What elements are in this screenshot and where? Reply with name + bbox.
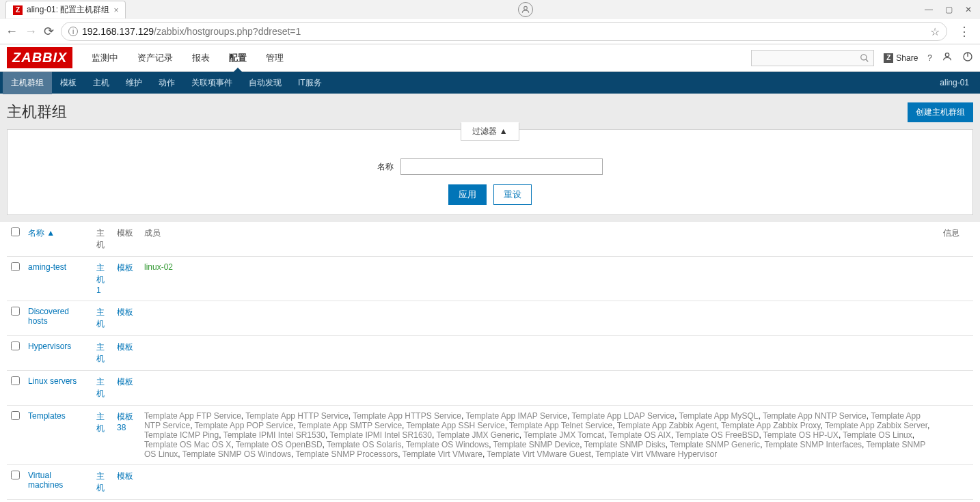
col-name-sort[interactable]: 名称 ▲ [28,228,55,238]
back-icon[interactable]: ← [5,25,18,39]
row-checkbox[interactable] [11,376,20,385]
sub-item[interactable]: 动作 [150,72,183,94]
user-icon[interactable] [942,51,953,64]
member-link[interactable]: Template App SSH Service [407,421,505,430]
menu-item[interactable]: 配置 [219,45,256,71]
power-icon[interactable] [962,51,973,64]
templates-link[interactable]: 模板 [117,471,133,481]
filter-toggle[interactable]: 过滤器 ▲ [461,122,519,141]
templates-link[interactable]: 模板 38 [117,412,133,432]
member-link[interactable]: Template Virt VMware [403,449,482,459]
member-link[interactable]: Template SNMP Processors [295,449,398,459]
profile-icon[interactable] [518,2,533,17]
member-link[interactable]: Template JMX Generic [436,430,519,440]
row-checkbox[interactable] [11,471,20,479]
menu-item[interactable]: 资产记录 [128,45,182,71]
templates-link[interactable]: 模板 [117,377,133,387]
member-link[interactable]: linux-02 [144,262,173,272]
sub-item[interactable]: 主机群组 [3,72,52,94]
member-link[interactable]: Template OS HP-UX [763,430,839,440]
sub-item[interactable]: 主机 [85,72,118,94]
sub-item[interactable]: 模板 [52,72,85,94]
bookmark-icon[interactable]: ☆ [930,25,940,38]
templates-link[interactable]: 模板 [117,342,133,352]
group-link[interactable]: Hypervisors [28,341,71,351]
sub-item[interactable]: 关联项事件 [183,72,241,94]
member-link[interactable]: Template App Zabbix Proxy [721,421,820,430]
member-link[interactable]: Template App HTTPS Service [353,411,461,421]
member-link[interactable]: Template OS Mac OS X [144,440,231,449]
member-link[interactable]: Template JMX Tomcat [523,430,604,440]
member-link[interactable]: Template App SMTP Service [298,421,403,430]
member-link[interactable]: Template App NNTP Service [763,411,867,421]
menu-item[interactable]: 报表 [182,45,219,71]
menu-item[interactable]: 管理 [256,45,293,71]
member-link[interactable]: Template IPMI Intel SR1630 [330,430,432,440]
group-link[interactable]: Templates [28,411,66,421]
sub-item[interactable]: 自动发现 [241,72,290,94]
member-link[interactable]: Template OS Solaris [327,440,401,449]
minimize-icon[interactable]: — [925,5,933,14]
url-input[interactable]: i 192.168.137.129/zabbix/hostgroups.php?… [61,22,947,41]
member-link[interactable]: Template App Telnet Service [509,421,612,430]
member-link[interactable]: Template Virt VMware Guest [487,449,591,459]
member-link[interactable]: Template SNMP Interfaces [765,440,862,449]
reload-icon[interactable]: ⟳ [44,24,54,39]
member-link[interactable]: Template App POP Service [195,421,294,430]
member-link[interactable]: Template Virt VMware Hypervisor [595,449,717,459]
sub-item[interactable]: IT服务 [290,72,330,94]
row-checkbox[interactable] [11,341,20,350]
member-link[interactable]: Template OS OpenBSD [236,440,323,449]
member-link[interactable]: Template App LDAP Service [571,411,675,421]
reset-button[interactable]: 重设 [493,184,532,205]
member-link[interactable]: Template App Zabbix Server [825,421,927,430]
row-checkbox[interactable] [11,307,20,316]
forward-icon[interactable]: → [25,25,37,39]
row-checkbox[interactable] [11,411,20,420]
group-link[interactable]: Discovered hosts [28,307,69,326]
member-link[interactable]: Template OS AIX [609,430,671,440]
member-link[interactable]: Template App IMAP Service [465,411,567,421]
member-link[interactable]: Template OS FreeBSD [675,430,759,440]
select-all-checkbox[interactable] [11,227,20,236]
member-link[interactable]: Template OS Windows [406,440,489,449]
hosts-link[interactable]: 主机 [96,377,105,398]
group-link[interactable]: aming-test [28,262,66,272]
hosts-link[interactable]: 主机 [96,307,105,329]
group-link[interactable]: Virtual machines [28,471,63,490]
share-button[interactable]: Z Share [884,53,918,63]
filter-name-input[interactable] [400,158,603,175]
member-link[interactable]: Template OS Linux [843,430,912,440]
hosts-link[interactable]: 主机 [96,471,105,492]
templates-link[interactable]: 模板 [117,307,133,317]
close-icon[interactable]: × [113,5,118,15]
browser-menu-icon[interactable]: ⋮ [954,24,975,39]
browser-tab[interactable]: Z aling-01: 配置主机群组 × [5,1,126,18]
info-icon[interactable]: i [68,27,78,36]
maximize-icon[interactable]: ▢ [945,5,953,14]
member-link[interactable]: Template SNMP Device [493,440,580,449]
hosts-link[interactable]: 主机 1 [96,263,105,295]
create-hostgroup-button[interactable]: 创建主机群组 [908,102,973,122]
member-link[interactable]: Template App Zabbix Agent [617,421,717,430]
member-link[interactable]: Template SNMP OS Windows [182,449,291,459]
member-link[interactable]: Template SNMP Generic [670,440,760,449]
hosts-link[interactable]: 主机 [96,412,105,433]
sub-item[interactable]: 维护 [118,72,150,94]
apply-button[interactable]: 应用 [448,184,487,205]
logo[interactable]: ZABBIX [7,47,72,68]
member-link[interactable]: Template App FTP Service [144,411,241,421]
member-link[interactable]: Template ICMP Ping [144,430,219,440]
search-input[interactable] [751,50,874,66]
templates-link[interactable]: 模板 [117,263,133,273]
member-link[interactable]: Template IPMI Intel SR1530 [223,430,325,440]
row-checkbox[interactable] [11,262,20,271]
member-link[interactable]: Template App MySQL [679,411,758,421]
member-link[interactable]: Template SNMP Disks [584,440,666,449]
member-link[interactable]: Template App HTTP Service [245,411,349,421]
hosts-link[interactable]: 主机 [96,342,105,363]
help-icon[interactable]: ? [927,53,932,63]
close-window-icon[interactable]: ✕ [965,5,972,14]
menu-item[interactable]: 监测中 [82,45,128,71]
group-link[interactable]: Linux servers [28,376,77,386]
